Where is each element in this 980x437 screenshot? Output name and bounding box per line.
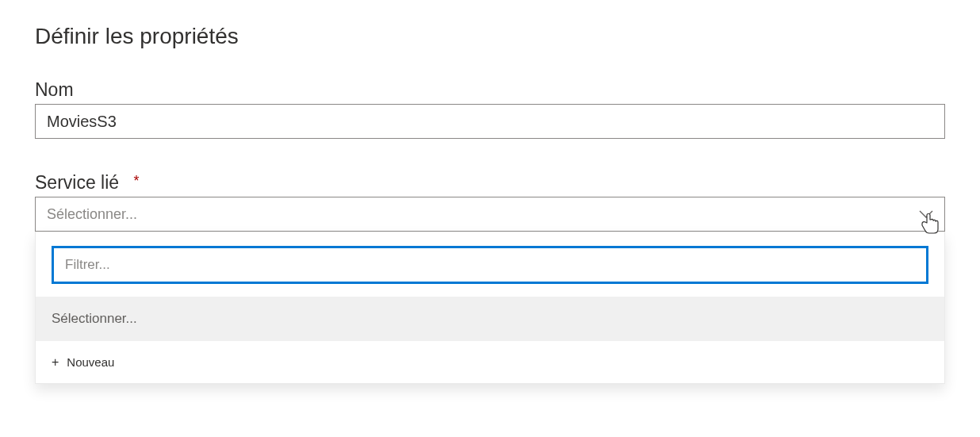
dropdown-new-button[interactable]: + Nouveau (36, 341, 944, 383)
filter-input[interactable] (52, 246, 928, 284)
cursor-hand-icon (919, 212, 941, 236)
linked-service-dropdown-panel: Sélectionner... + Nouveau (35, 232, 945, 384)
name-field-group: Nom (35, 79, 945, 139)
linked-service-label: Service lié * (35, 172, 945, 194)
linked-service-field-group: Service lié * Sélectionner... (35, 172, 945, 232)
required-asterisk: * (134, 173, 140, 189)
linked-service-dropdown-wrapper: Sélectionner... Sélectionner... + (35, 197, 945, 232)
filter-wrapper (36, 232, 944, 297)
dropdown-option-select[interactable]: Sélectionner... (36, 297, 944, 341)
linked-service-label-text: Service lié (35, 172, 119, 193)
name-label: Nom (35, 79, 945, 101)
chevron-area (919, 210, 933, 218)
name-input[interactable] (35, 104, 945, 139)
section-title: Définir les propriétés (35, 24, 945, 49)
plus-icon: + (52, 356, 59, 369)
linked-service-select[interactable]: Sélectionner... (35, 197, 945, 232)
new-label: Nouveau (67, 355, 114, 369)
linked-service-placeholder: Sélectionner... (47, 206, 137, 223)
